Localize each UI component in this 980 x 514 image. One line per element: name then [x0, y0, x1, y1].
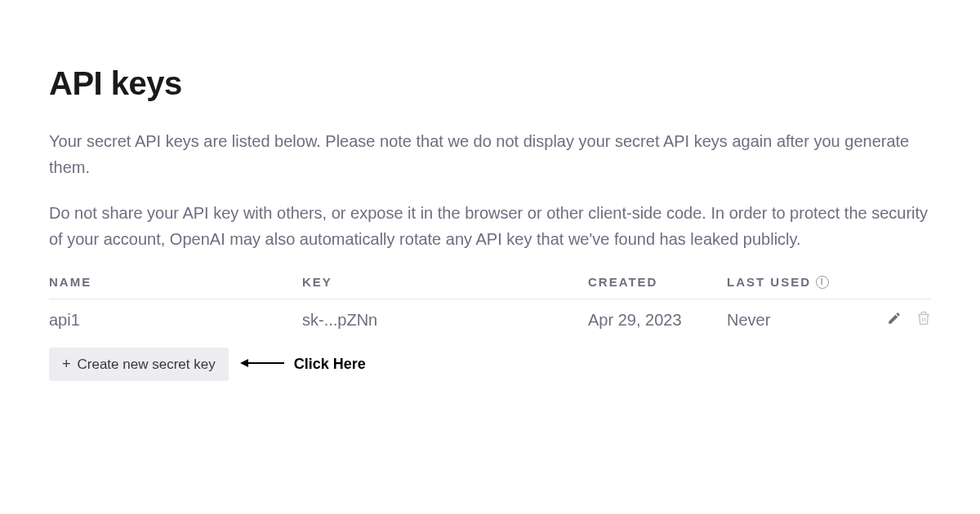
description-paragraph-1: Your secret API keys are listed below. P… [49, 128, 931, 180]
api-keys-table: NAME KEY CREATED LAST USED i api1 sk-...… [49, 275, 931, 341]
header-last-used-label: LAST USED [727, 275, 811, 289]
create-button-label: Create new secret key [78, 357, 216, 373]
table-header: NAME KEY CREATED LAST USED i [49, 275, 931, 299]
header-key: KEY [302, 275, 588, 289]
description-paragraph-2: Do not share your API key with others, o… [49, 200, 931, 252]
arrow-left-icon [240, 357, 286, 373]
cell-created: Apr 29, 2023 [588, 311, 727, 330]
header-created: CREATED [588, 275, 727, 289]
page-title: API keys [49, 65, 931, 102]
cell-last-used: Never [727, 311, 874, 330]
plus-icon: + [62, 356, 71, 373]
header-name: NAME [49, 275, 302, 289]
svg-marker-3 [240, 359, 248, 367]
create-secret-key-button[interactable]: + Create new secret key [49, 348, 229, 381]
delete-icon[interactable] [916, 311, 931, 330]
annotation-text: Click Here [294, 356, 366, 373]
cell-name: api1 [49, 311, 302, 330]
annotation: Click Here [240, 356, 366, 373]
info-icon[interactable]: i [816, 276, 829, 289]
create-row: + Create new secret key Click Here [49, 348, 931, 381]
table-row: api1 sk-...pZNn Apr 29, 2023 Never [49, 299, 931, 341]
header-last-used: LAST USED i [727, 275, 874, 289]
edit-icon[interactable] [887, 311, 902, 330]
cell-key: sk-...pZNn [302, 311, 588, 330]
